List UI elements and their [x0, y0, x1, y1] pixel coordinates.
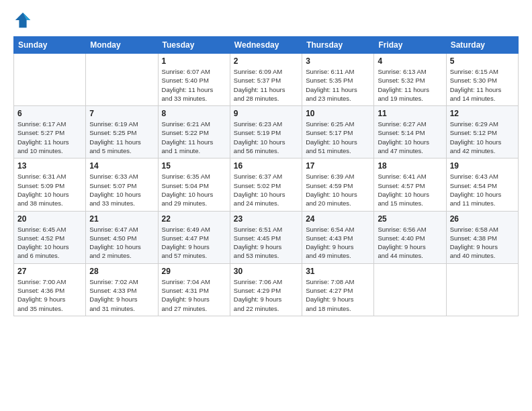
calendar-cell: 13Sunrise: 6:31 AM Sunset: 5:09 PM Dayli… [14, 158, 86, 211]
calendar-cell: 5Sunrise: 6:15 AM Sunset: 5:30 PM Daylig… [446, 54, 518, 106]
calendar-cell: 19Sunrise: 6:43 AM Sunset: 4:54 PM Dayli… [446, 158, 518, 211]
day-number: 25 [378, 214, 442, 224]
calendar-cell [14, 54, 86, 106]
day-number: 10 [306, 109, 370, 118]
day-number: 7 [89, 109, 154, 118]
day-number: 27 [17, 267, 82, 276]
day-info: Sunrise: 7:02 AM Sunset: 4:33 PM Dayligh… [89, 277, 154, 313]
day-number: 21 [89, 214, 154, 224]
day-number: 31 [306, 267, 370, 276]
calendar-cell: 26Sunrise: 6:58 AM Sunset: 4:38 PM Dayli… [446, 211, 518, 263]
logo-icon [13, 11, 32, 30]
weekday-header: Tuesday [158, 37, 230, 54]
weekday-header: Sunday [14, 37, 86, 54]
day-number: 16 [234, 161, 298, 171]
day-info: Sunrise: 6:51 AM Sunset: 4:45 PM Dayligh… [234, 225, 298, 261]
day-info: Sunrise: 7:00 AM Sunset: 4:36 PM Dayligh… [17, 277, 82, 313]
calendar-cell: 28Sunrise: 7:02 AM Sunset: 4:33 PM Dayli… [86, 263, 158, 316]
day-info: Sunrise: 6:27 AM Sunset: 5:14 PM Dayligh… [378, 120, 442, 155]
calendar-cell: 17Sunrise: 6:39 AM Sunset: 4:59 PM Dayli… [302, 158, 374, 211]
calendar-cell: 15Sunrise: 6:35 AM Sunset: 5:04 PM Dayli… [158, 158, 230, 211]
day-info: Sunrise: 7:08 AM Sunset: 4:27 PM Dayligh… [306, 277, 370, 313]
day-info: Sunrise: 6:33 AM Sunset: 5:07 PM Dayligh… [89, 172, 154, 208]
calendar-cell: 2Sunrise: 6:09 AM Sunset: 5:37 PM Daylig… [230, 54, 302, 106]
calendar-cell: 21Sunrise: 6:47 AM Sunset: 4:50 PM Dayli… [86, 211, 158, 263]
day-info: Sunrise: 6:21 AM Sunset: 5:22 PM Dayligh… [162, 120, 226, 155]
day-info: Sunrise: 7:04 AM Sunset: 4:31 PM Dayligh… [162, 277, 226, 313]
day-number: 28 [89, 267, 154, 276]
day-info: Sunrise: 6:31 AM Sunset: 5:09 PM Dayligh… [17, 172, 82, 208]
calendar-week-row: 1Sunrise: 6:07 AM Sunset: 5:40 PM Daylig… [14, 54, 519, 106]
calendar-week-row: 20Sunrise: 6:45 AM Sunset: 4:52 PM Dayli… [14, 211, 519, 263]
day-number: 30 [234, 267, 298, 276]
calendar-cell: 20Sunrise: 6:45 AM Sunset: 4:52 PM Dayli… [14, 211, 86, 263]
calendar-week-row: 27Sunrise: 7:00 AM Sunset: 4:36 PM Dayli… [14, 263, 519, 316]
day-number: 2 [234, 56, 298, 66]
day-number: 18 [378, 161, 442, 171]
day-number: 15 [162, 161, 226, 171]
day-number: 13 [17, 161, 82, 171]
day-number: 14 [89, 161, 154, 171]
weekday-header: Saturday [446, 37, 518, 54]
calendar-cell: 12Sunrise: 6:29 AM Sunset: 5:12 PM Dayli… [446, 106, 518, 158]
calendar-cell [86, 54, 158, 106]
day-info: Sunrise: 6:35 AM Sunset: 5:04 PM Dayligh… [162, 172, 226, 208]
day-info: Sunrise: 6:17 AM Sunset: 5:27 PM Dayligh… [17, 120, 82, 155]
calendar-cell: 22Sunrise: 6:49 AM Sunset: 4:47 PM Dayli… [158, 211, 230, 263]
calendar-cell: 10Sunrise: 6:25 AM Sunset: 5:17 PM Dayli… [302, 106, 374, 158]
day-number: 23 [234, 214, 298, 224]
day-info: Sunrise: 6:13 AM Sunset: 5:32 PM Dayligh… [378, 67, 442, 103]
day-info: Sunrise: 6:41 AM Sunset: 4:57 PM Dayligh… [378, 172, 442, 208]
calendar-cell: 3Sunrise: 6:11 AM Sunset: 5:35 PM Daylig… [302, 54, 374, 106]
day-number: 12 [450, 109, 515, 118]
calendar-week-row: 13Sunrise: 6:31 AM Sunset: 5:09 PM Dayli… [14, 158, 519, 211]
day-number: 9 [234, 109, 298, 118]
day-number: 19 [450, 161, 515, 171]
calendar-cell: 16Sunrise: 6:37 AM Sunset: 5:02 PM Dayli… [230, 158, 302, 211]
day-number: 29 [162, 267, 226, 276]
calendar-cell: 6Sunrise: 6:17 AM Sunset: 5:27 PM Daylig… [14, 106, 86, 158]
day-info: Sunrise: 6:58 AM Sunset: 4:38 PM Dayligh… [450, 225, 515, 261]
calendar-cell: 9Sunrise: 6:23 AM Sunset: 5:19 PM Daylig… [230, 106, 302, 158]
weekday-header: Monday [86, 37, 158, 54]
day-info: Sunrise: 6:11 AM Sunset: 5:35 PM Dayligh… [306, 67, 370, 103]
day-number: 20 [17, 214, 82, 224]
calendar-cell: 4Sunrise: 6:13 AM Sunset: 5:32 PM Daylig… [374, 54, 446, 106]
day-number: 22 [162, 214, 226, 224]
day-info: Sunrise: 7:06 AM Sunset: 4:29 PM Dayligh… [234, 277, 298, 313]
weekday-header: Friday [374, 37, 446, 54]
day-info: Sunrise: 6:15 AM Sunset: 5:30 PM Dayligh… [450, 67, 515, 103]
calendar-header-row: SundayMondayTuesdayWednesdayThursdayFrid… [14, 37, 519, 54]
logo [13, 11, 35, 30]
day-number: 4 [378, 56, 442, 66]
day-info: Sunrise: 6:25 AM Sunset: 5:17 PM Dayligh… [306, 120, 370, 155]
calendar-cell [374, 263, 446, 316]
day-info: Sunrise: 6:45 AM Sunset: 4:52 PM Dayligh… [17, 225, 82, 261]
calendar-cell: 18Sunrise: 6:41 AM Sunset: 4:57 PM Dayli… [374, 158, 446, 211]
day-number: 5 [450, 56, 515, 66]
weekday-header: Thursday [302, 37, 374, 54]
calendar-cell [446, 263, 518, 316]
calendar-cell: 24Sunrise: 6:54 AM Sunset: 4:43 PM Dayli… [302, 211, 374, 263]
calendar-cell: 30Sunrise: 7:06 AM Sunset: 4:29 PM Dayli… [230, 263, 302, 316]
calendar-cell: 23Sunrise: 6:51 AM Sunset: 4:45 PM Dayli… [230, 211, 302, 263]
day-info: Sunrise: 6:49 AM Sunset: 4:47 PM Dayligh… [162, 225, 226, 261]
calendar-cell: 1Sunrise: 6:07 AM Sunset: 5:40 PM Daylig… [158, 54, 230, 106]
day-info: Sunrise: 6:47 AM Sunset: 4:50 PM Dayligh… [89, 225, 154, 261]
header [13, 11, 519, 30]
calendar-cell: 8Sunrise: 6:21 AM Sunset: 5:22 PM Daylig… [158, 106, 230, 158]
day-number: 6 [17, 109, 82, 118]
calendar-cell: 25Sunrise: 6:56 AM Sunset: 4:40 PM Dayli… [374, 211, 446, 263]
day-number: 1 [162, 56, 226, 66]
day-info: Sunrise: 6:39 AM Sunset: 4:59 PM Dayligh… [306, 172, 370, 208]
calendar-cell: 31Sunrise: 7:08 AM Sunset: 4:27 PM Dayli… [302, 263, 374, 316]
day-number: 26 [450, 214, 515, 224]
calendar-cell: 27Sunrise: 7:00 AM Sunset: 4:36 PM Dayli… [14, 263, 86, 316]
calendar-cell: 29Sunrise: 7:04 AM Sunset: 4:31 PM Dayli… [158, 263, 230, 316]
day-number: 24 [306, 214, 370, 224]
calendar-table: SundayMondayTuesdayWednesdayThursdayFrid… [13, 36, 519, 316]
weekday-header: Wednesday [230, 37, 302, 54]
day-info: Sunrise: 6:23 AM Sunset: 5:19 PM Dayligh… [234, 120, 298, 155]
day-info: Sunrise: 6:19 AM Sunset: 5:25 PM Dayligh… [89, 120, 154, 155]
calendar-cell: 11Sunrise: 6:27 AM Sunset: 5:14 PM Dayli… [374, 106, 446, 158]
